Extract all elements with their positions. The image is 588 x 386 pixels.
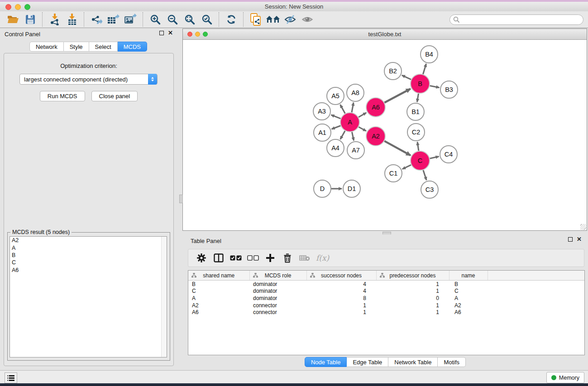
table-tab-node-table[interactable]: Node Table [305,357,347,367]
window-resize-grip[interactable] [580,224,586,230]
edge-A6-B[interactable] [384,89,410,103]
table-row[interactable]: Bdominator41B [188,281,584,288]
edge-B-B2[interactable] [402,75,411,79]
result-item[interactable]: A [10,244,162,251]
float-panel-icon[interactable] [159,31,164,35]
first-neighbours-icon[interactable] [266,12,280,27]
show-eye-icon[interactable] [300,12,315,27]
tab-select[interactable]: Select [89,42,118,52]
toolbar-separator [219,12,220,27]
table-toolbar: f(x) [188,249,584,267]
window-title: Session: New Session [0,3,588,10]
edge-C-C2[interactable] [417,142,419,151]
result-item[interactable]: A6 [10,267,162,274]
memory-button[interactable]: Memory [546,372,584,383]
edge-C-C1[interactable] [402,165,411,169]
edge-A-A8[interactable] [352,103,354,113]
table-row[interactable]: Adominator80A [188,295,584,302]
titlebar: Session: New Session [0,2,588,12]
column-header-predecessor-nodes[interactable]: predecessor nodes [376,271,449,281]
function-builder-icon[interactable]: f(x) [316,253,329,262]
node-table[interactable]: shared nameMCDS rolesuccessor nodesprede… [188,270,585,355]
column-header-MCDS-role[interactable]: MCDS role [249,271,306,281]
zoom-out-icon[interactable] [165,12,180,27]
node-label-D: D [320,185,325,192]
refresh-layout-icon[interactable] [224,12,239,27]
edge-A-A3[interactable] [331,115,341,119]
main-toolbar [0,11,588,28]
network-window-title: testGlobe.txt [183,31,587,38]
edge-A-A7[interactable] [352,132,354,141]
table-tabs: Node TableEdge TableNetwork TableMotifs [305,357,466,367]
column-header-name[interactable]: name [449,271,488,281]
column-layout-icon[interactable] [212,251,225,265]
edge-A-A1[interactable] [332,126,341,129]
list-icon [7,375,14,381]
criterion-dropdown[interactable]: largest connected component (directed) [19,74,158,85]
edge-B-B3[interactable] [430,86,440,87]
network-window-titlebar[interactable]: testGlobe.txt [183,29,587,40]
zoom-in-icon[interactable] [148,12,163,27]
import-table-icon[interactable] [65,12,79,27]
hide-details-icon[interactable] [283,12,297,27]
close-panel-button[interactable]: Close panel [91,91,138,101]
column-header-successor-nodes[interactable]: successor nodes [306,271,376,281]
search-input[interactable] [449,14,583,25]
export-network-icon[interactable] [89,12,104,27]
export-table-icon[interactable] [106,12,121,27]
zoom-fit-icon[interactable] [182,12,197,27]
export-image-icon[interactable] [124,12,138,27]
result-scrollbar[interactable] [161,237,167,357]
result-item[interactable]: C [10,259,162,266]
float-table-panel-icon[interactable] [568,237,573,242]
run-mcds-button[interactable]: Run MCDS [40,91,85,101]
network-canvas[interactable]: B4B2BB3A8A5A6B1A3AA1C2A2A4A7C4CC1DD1C3 [183,40,587,230]
edge-B-B1[interactable] [417,94,419,102]
close-table-panel-icon[interactable]: ✕ [577,237,582,242]
edge-A2-C[interactable] [384,141,411,156]
delete-table-icon[interactable] [298,251,311,265]
column-header-shared-name[interactable]: shared name [188,271,249,281]
deselect-all-checks-icon[interactable] [246,251,260,265]
import-network-icon[interactable] [48,12,62,27]
save-icon[interactable] [23,12,38,27]
table-row[interactable]: A6connector11A6 [188,309,584,316]
node-label-C3: C3 [425,186,434,193]
vertical-split-handle[interactable] [179,195,183,203]
tab-style[interactable]: Style [64,42,89,52]
gear-icon[interactable] [195,251,208,265]
result-item[interactable]: B [10,252,162,259]
edge-A-A5[interactable] [340,105,345,113]
node-label-B1: B1 [411,108,420,115]
edge-A-A6[interactable] [359,113,366,117]
select-all-checks-icon[interactable] [229,251,243,265]
add-column-icon[interactable] [263,251,277,265]
close-panel-icon[interactable]: ✕ [168,31,173,35]
open-folder-icon[interactable] [6,12,20,27]
table-tab-network-table[interactable]: Network Table [388,357,438,367]
edge-A-A2[interactable] [359,127,366,131]
node-label-B2: B2 [389,67,397,75]
table-row[interactable]: A2connector11A2 [188,302,584,309]
table-row[interactable]: Cdominator41C [188,288,584,295]
network-from-selection-icon[interactable] [249,12,263,27]
table-tab-edge-table[interactable]: Edge Table [347,357,388,367]
edge-A-A4[interactable] [340,131,345,139]
tab-mcds[interactable]: MCDS [118,42,147,52]
memory-label: Memory [559,375,579,381]
mcds-result-list[interactable]: A2ABCA6 [10,236,167,357]
result-item[interactable]: A2 [10,237,162,244]
edge-B-B4[interactable] [423,64,426,74]
table-tab-motifs[interactable]: Motifs [438,357,466,367]
node-label-A1: A1 [318,129,326,136]
application-window: Session: New Session [0,0,588,386]
mcds-tab-content: Optimization criterion: largest connecte… [4,53,174,366]
edge-C-C4[interactable] [430,157,439,158]
tab-network[interactable]: Network [29,42,64,52]
zoom-selected-icon[interactable] [200,12,214,27]
search-icon [453,16,460,23]
node-label-A5: A5 [331,92,339,100]
edge-C-C3[interactable] [423,170,426,180]
show-panels-button[interactable] [5,372,17,383]
delete-column-icon[interactable] [281,251,294,265]
